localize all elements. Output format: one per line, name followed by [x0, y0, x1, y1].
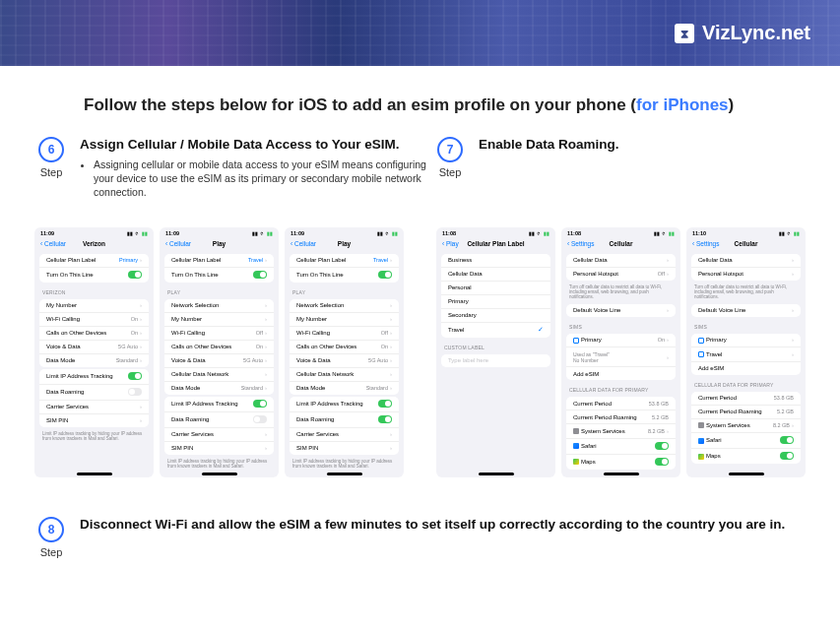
- step-8: 8 Step Disconnect Wi-Fi and allow the eS…: [34, 517, 806, 558]
- option-cellular-data[interactable]: Cellular Data: [441, 268, 550, 282]
- toggle-on-icon[interactable]: [128, 372, 142, 380]
- toggle-on-icon[interactable]: [655, 442, 669, 450]
- cell-data-roaming[interactable]: Data Roaming: [164, 412, 274, 428]
- cell-plan-label[interactable]: Cellular Plan LabelTravel›: [164, 254, 274, 268]
- cell-data-mode[interactable]: Data ModeStandard›: [39, 354, 149, 367]
- cell-cellular-data[interactable]: Cellular Data›: [691, 254, 801, 268]
- custom-label-input[interactable]: Type label here: [441, 354, 550, 367]
- cell-voice-data[interactable]: Voice & Data5G Auto›: [290, 354, 399, 368]
- step-7-title: Enable Data Roaming.: [479, 137, 619, 152]
- step-label: Step: [40, 546, 63, 558]
- step-badge-6: 6: [38, 137, 64, 162]
- cell-turn-on[interactable]: Turn On This Line: [290, 268, 399, 283]
- cell-voice-data[interactable]: Voice & Data5G Auto›: [164, 354, 274, 368]
- home-indicator: [202, 472, 237, 475]
- cell-sim-travel[interactable]: Used as "Travel"No Number›: [566, 347, 676, 367]
- toggle-on-icon[interactable]: [128, 271, 142, 279]
- cell-carrier-services[interactable]: Carrier Services›: [39, 401, 149, 414]
- phone-plan-label: 11:08▮▮ᯤ▮▮ ‹ PlayCellular Plan Label Bus…: [436, 227, 555, 477]
- option-personal[interactable]: Personal: [441, 282, 550, 295]
- cell-system-services[interactable]: System Services8.2 GB›: [566, 424, 676, 438]
- step-badge-wrap: 6 Step: [34, 137, 68, 200]
- cell-plan-label[interactable]: Cellular Plan LabelPrimary›: [39, 254, 149, 268]
- cell-safari[interactable]: Safari: [691, 433, 801, 449]
- cell-plan-label[interactable]: Cellular Plan LabelTravel›: [290, 254, 399, 268]
- cell-sim-pin[interactable]: SIM PIN›: [290, 442, 399, 455]
- cell-maps[interactable]: Maps: [691, 449, 801, 464]
- cell-wifi-calling[interactable]: Wi-Fi CallingOff›: [164, 327, 274, 341]
- section-header: SIMS: [686, 319, 806, 332]
- cell-network-selection[interactable]: Network Selection›: [164, 299, 274, 313]
- cell-turn-on[interactable]: Turn On This Line: [39, 268, 149, 283]
- option-business[interactable]: Business: [441, 254, 550, 268]
- section-header: VERIZON: [34, 284, 154, 297]
- cell-my-number[interactable]: My Number›: [290, 313, 399, 327]
- footer-text: Limit IP address tracking by hiding your…: [34, 429, 154, 444]
- cell-sim-primary[interactable]: PrimaryOn›: [566, 334, 676, 347]
- toggle-on-icon[interactable]: [655, 458, 669, 466]
- cell-turn-on[interactable]: Turn On This Line: [164, 268, 274, 283]
- toggle-on-icon[interactable]: [378, 271, 392, 279]
- cell-data-roaming[interactable]: Data Roaming: [290, 412, 399, 428]
- cell-wifi-calling[interactable]: Wi-Fi CallingOff›: [290, 327, 399, 341]
- gear-icon: [573, 428, 579, 434]
- option-secondary[interactable]: Secondary: [441, 309, 550, 323]
- cell-data-network[interactable]: Cellular Data Network›: [164, 368, 274, 382]
- cell-carrier-services[interactable]: Carrier Services›: [164, 428, 274, 442]
- cell-voice-line[interactable]: Default Voice Line›: [691, 304, 801, 317]
- cell-my-number[interactable]: My Number›: [39, 299, 149, 313]
- cell-wifi-calling[interactable]: Wi-Fi CallingOn›: [39, 313, 149, 327]
- cell-hotspot[interactable]: Personal Hotspot›: [691, 268, 801, 281]
- cell-add-esim[interactable]: Add eSIM: [566, 367, 676, 380]
- headline-link[interactable]: for iPhones: [636, 95, 729, 114]
- cell-limit-ip[interactable]: Limit IP Address Tracking: [39, 369, 149, 385]
- cell-limit-ip[interactable]: Limit IP Address Tracking: [290, 397, 399, 412]
- toggle-on-icon[interactable]: [378, 400, 392, 408]
- cell-system-services[interactable]: System Services8.2 GB›: [691, 419, 801, 433]
- cell-other-devices[interactable]: Calls on Other DevicesOn›: [164, 341, 274, 354]
- cell-carrier-services[interactable]: Carrier Services›: [290, 428, 399, 442]
- toggle-on-icon[interactable]: [253, 271, 267, 279]
- nav-title: Play: [285, 240, 404, 247]
- cell-cellular-data[interactable]: Cellular Data›: [566, 254, 676, 268]
- cell-my-number[interactable]: My Number›: [164, 313, 274, 327]
- sim-icon: [698, 338, 704, 344]
- status-time: 11:09: [291, 230, 304, 236]
- cell-data-mode[interactable]: Data ModeStandard›: [164, 382, 274, 395]
- nav-title: Cellular: [561, 240, 680, 247]
- cell-voice-line[interactable]: Default Voice Line›: [566, 304, 676, 317]
- home-indicator: [729, 472, 764, 475]
- cell-other-devices[interactable]: Calls on Other DevicesOn›: [39, 327, 149, 341]
- cell-hotspot[interactable]: Personal HotspotOff›: [566, 268, 676, 281]
- cell-other-devices[interactable]: Calls on Other DevicesOn›: [290, 341, 399, 354]
- step-label: Step: [439, 166, 462, 178]
- toggle-on-icon[interactable]: [780, 436, 794, 444]
- cell-data-mode[interactable]: Data ModeStandard›: [290, 382, 399, 395]
- cell-voice-data[interactable]: Voice & Data5G Auto›: [39, 341, 149, 354]
- toggle-off-icon[interactable]: [128, 388, 142, 396]
- cell-add-esim[interactable]: Add eSIM: [691, 362, 801, 375]
- cell-sim-pin[interactable]: SIM PIN›: [164, 442, 274, 455]
- toggle-on-icon[interactable]: [253, 400, 267, 408]
- cell-data-network[interactable]: Cellular Data Network›: [290, 368, 399, 382]
- cell-limit-ip[interactable]: Limit IP Address Tracking: [164, 397, 274, 412]
- option-primary[interactable]: Primary: [441, 295, 550, 309]
- cell-sim-travel[interactable]: Travel›: [691, 347, 801, 361]
- screens-right: 11:08▮▮ᯤ▮▮ ‹ PlayCellular Plan Label Bus…: [436, 227, 806, 477]
- toggle-on-icon[interactable]: [780, 452, 794, 460]
- cell-network-selection[interactable]: Network Selection›: [290, 299, 399, 313]
- status-icons: ▮▮ᯤ▮▮: [529, 230, 549, 236]
- status-time: 11:08: [567, 230, 581, 236]
- cell-current-period: Current Period53.8 GB: [691, 392, 801, 406]
- footer-text: Turn off cellular data to restrict all d…: [561, 283, 680, 302]
- step-badge-wrap: 8 Step: [34, 517, 68, 558]
- cell-sim-pin[interactable]: SIM PIN›: [39, 414, 149, 427]
- nav-title: Cellular Plan Label: [436, 240, 555, 247]
- cell-data-roaming[interactable]: Data Roaming: [39, 385, 149, 401]
- toggle-off-icon[interactable]: [253, 415, 267, 423]
- cell-safari[interactable]: Safari: [566, 439, 676, 455]
- cell-sim-primary[interactable]: Primary›: [691, 334, 801, 347]
- option-travel[interactable]: Travel✓: [441, 323, 550, 338]
- toggle-on-icon[interactable]: [378, 415, 392, 423]
- cell-maps[interactable]: Maps: [566, 455, 676, 470]
